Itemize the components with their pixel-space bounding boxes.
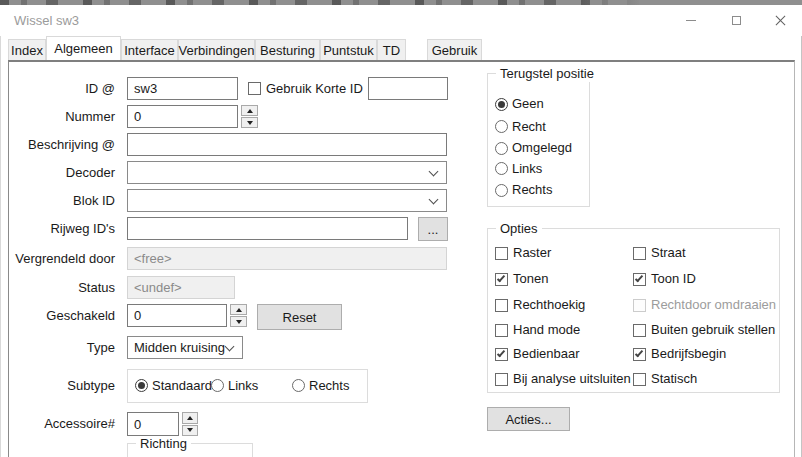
minimize-icon — [686, 20, 696, 21]
subtype-label: Subtype — [0, 378, 115, 394]
straat-checkbox-label[interactable]: Straat — [651, 245, 686, 261]
korte-id-checkbox[interactable] — [248, 82, 261, 95]
buiten-gebruik-stellen-checkbox-label[interactable]: Buiten gebruik stellen — [651, 322, 775, 338]
tab-besturing[interactable]: Besturing — [255, 39, 320, 60]
raster-checkbox[interactable] — [495, 247, 508, 260]
richting-group-title: Richting — [136, 436, 191, 452]
richting-group: Richting — [127, 443, 253, 457]
subtype-radio-links-label[interactable]: Links — [228, 378, 258, 394]
nummer-input[interactable] — [127, 105, 238, 128]
rijweg-label: Rijweg ID's — [0, 221, 115, 237]
status-label: Status — [0, 280, 115, 296]
rechthoekig-checkbox[interactable] — [495, 299, 508, 312]
geschakeld-input[interactable] — [127, 304, 227, 327]
beschrijving-label: Beschrijving @ — [0, 137, 115, 153]
blok-id-combobox[interactable] — [127, 189, 447, 212]
id-input[interactable] — [127, 77, 238, 100]
geschakeld-label: Geschakeld — [0, 308, 115, 324]
terugstel-positie-title: Terugstel positie — [496, 66, 598, 82]
maximize-icon — [732, 16, 741, 25]
rijweg-browse-button[interactable]: ... — [418, 217, 448, 241]
tab-verbindingen[interactable]: Verbindingen — [178, 39, 255, 60]
toon-id-checkbox-label[interactable]: Toon ID — [651, 271, 696, 287]
terugstel-radio-omgelegd[interactable] — [495, 142, 508, 155]
hand-mode-checkbox[interactable] — [495, 324, 508, 337]
bedrijfsbegin-checkbox-label[interactable]: Bedrijfsbegin — [651, 346, 726, 362]
statisch-checkbox-label[interactable]: Statisch — [651, 371, 697, 387]
geschakeld-spinner[interactable] — [230, 304, 247, 327]
window-title: Wissel sw3 — [14, 5, 79, 36]
terugstel-radio-recht-label[interactable]: Recht — [512, 119, 546, 135]
tab-algemeen[interactable]: Algemeen — [46, 36, 121, 60]
rechthoekig-checkbox-label[interactable]: Rechthoekig — [513, 297, 585, 313]
chevron-down-icon — [225, 342, 235, 352]
beschrijving-input[interactable] — [127, 133, 447, 156]
type-value: Midden kruising — [134, 340, 225, 356]
bedrijfsbegin-checkbox[interactable] — [633, 348, 646, 361]
spinner-down-icon[interactable] — [241, 117, 258, 128]
nummer-spinner[interactable] — [241, 105, 258, 128]
tab-interface[interactable]: Interface — [121, 39, 178, 60]
subtype-radio-links[interactable] — [211, 379, 224, 392]
spinner-down-icon[interactable] — [230, 316, 247, 327]
subtype-radio-rechts-label[interactable]: Rechts — [309, 378, 349, 394]
terugstel-radio-recht[interactable] — [495, 120, 508, 133]
chevron-down-icon — [429, 195, 439, 205]
tab-puntstuk[interactable]: Puntstuk — [320, 39, 377, 60]
reset-button[interactable]: Reset — [257, 304, 342, 330]
accessoire-label: Accessoire# — [0, 416, 115, 432]
terugstel-radio-omgelegd-label[interactable]: Omgelegd — [512, 140, 572, 156]
terugstel-radio-rechts[interactable] — [495, 184, 508, 197]
dialog-window: Wissel sw3 Index Algemeen Interface Verb… — [0, 0, 802, 457]
buiten-gebruik-stellen-checkbox[interactable] — [633, 324, 646, 337]
blok-id-label: Blok ID — [0, 193, 115, 209]
statisch-checkbox[interactable] — [633, 373, 646, 386]
accessoire-spinner[interactable] — [182, 412, 198, 436]
straat-checkbox[interactable] — [633, 247, 646, 260]
subtype-radio-standaard[interactable] — [135, 379, 148, 392]
chevron-down-icon — [429, 167, 439, 177]
korte-id-checkbox-label[interactable]: Gebruik Korte ID — [266, 81, 363, 97]
tab-index[interactable]: Index — [8, 39, 46, 60]
spinner-up-icon[interactable] — [241, 105, 258, 116]
tonen-checkbox[interactable] — [495, 273, 508, 286]
raster-checkbox-label[interactable]: Raster — [513, 245, 551, 261]
decoder-label: Decoder — [0, 165, 115, 181]
close-icon — [775, 15, 786, 26]
terugstel-radio-links[interactable] — [495, 162, 508, 175]
subtype-radio-standaard-label[interactable]: Standaard — [152, 378, 212, 394]
rechtdoor-omdraaien-checkbox — [633, 299, 646, 312]
toon-id-checkbox[interactable] — [633, 273, 646, 286]
terugstel-radio-geen-label[interactable]: Geen — [512, 96, 544, 112]
tab-gebruik[interactable]: Gebruik — [427, 39, 482, 60]
status-field — [127, 276, 235, 299]
spinner-up-icon[interactable] — [182, 412, 198, 424]
maximize-button[interactable] — [714, 5, 759, 36]
type-combobox[interactable]: Midden kruising — [127, 336, 243, 359]
acties-button[interactable]: Acties... — [487, 407, 570, 431]
tonen-checkbox-label[interactable]: Tonen — [513, 271, 548, 287]
close-button[interactable] — [759, 5, 802, 36]
opties-group-title: Opties — [496, 221, 542, 237]
vergrendeld-label: Vergrendeld door — [0, 251, 115, 267]
tab-td[interactable]: TD — [377, 39, 406, 60]
terugstel-radio-links-label[interactable]: Links — [512, 161, 542, 177]
decoder-combobox[interactable] — [127, 161, 447, 184]
bij-analyse-uitsluiten-checkbox-label[interactable]: Bij analyse uitsluiten — [513, 371, 631, 387]
spinner-up-icon[interactable] — [230, 304, 247, 315]
bedienbaar-checkbox-label[interactable]: Bedienbaar — [513, 346, 580, 362]
bedienbaar-checkbox[interactable] — [495, 348, 508, 361]
accessoire-input[interactable] — [127, 412, 179, 436]
terugstel-radio-rechts-label[interactable]: Rechts — [512, 182, 552, 198]
id-label: ID @ — [0, 81, 115, 97]
hand-mode-checkbox-label[interactable]: Hand mode — [513, 322, 580, 338]
bij-analyse-uitsluiten-checkbox[interactable] — [495, 373, 508, 386]
nummer-label: Nummer — [0, 109, 115, 125]
rechtdoor-omdraaien-checkbox-label: Rechtdoor omdraaien — [651, 297, 776, 313]
subtype-radio-rechts[interactable] — [292, 379, 305, 392]
minimize-button[interactable] — [668, 5, 714, 36]
spinner-down-icon[interactable] — [182, 425, 198, 437]
korte-id-input[interactable] — [368, 77, 448, 100]
rijweg-input[interactable] — [127, 217, 408, 240]
terugstel-radio-geen[interactable] — [495, 98, 508, 111]
